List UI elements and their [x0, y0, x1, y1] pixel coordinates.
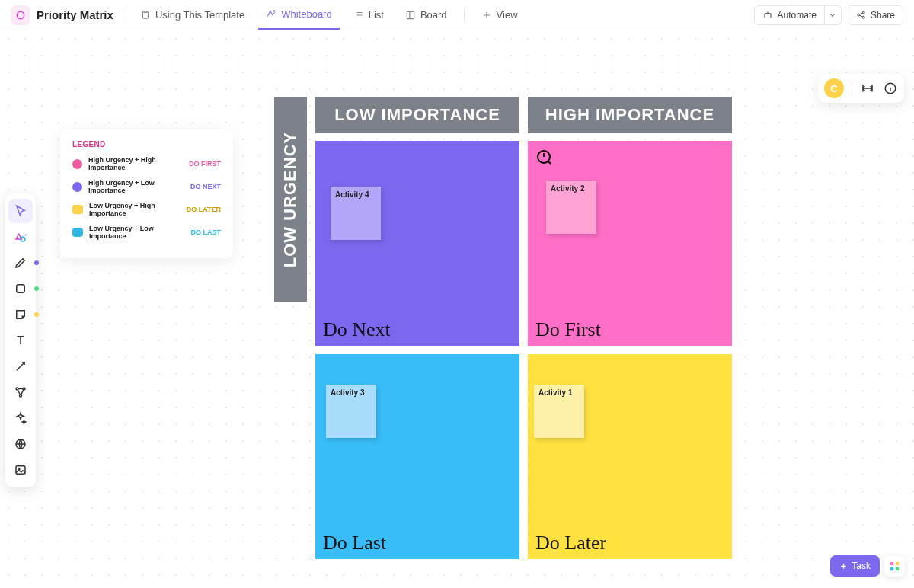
doc-icon	[11, 5, 30, 25]
legend-action: DO LAST	[191, 228, 222, 236]
ai-tool[interactable]	[8, 406, 33, 430]
sticky-activity-1[interactable]: Activity 1	[534, 385, 584, 438]
legend-label: Low Urgency + Low Importance	[89, 225, 185, 240]
legend-swatch	[72, 182, 82, 192]
image-tool[interactable]	[8, 458, 33, 482]
tab-label: Whiteboard	[281, 8, 331, 20]
quad-label: Do Later	[535, 532, 606, 554]
tab-label: View	[497, 9, 518, 21]
alert-icon	[535, 149, 554, 167]
page-title: Priority Matrix	[37, 8, 113, 21]
quad-do-later[interactable]: Activity 1 Do Later	[528, 354, 732, 559]
rectangle-tool[interactable]	[8, 276, 33, 301]
legend-card[interactable]: LEGEND High Urgency + High Importance DO…	[60, 129, 233, 258]
legend-action: DO LATER	[187, 206, 221, 213]
svg-rect-21	[890, 567, 893, 570]
new-task-button[interactable]: Task	[830, 555, 880, 577]
svg-rect-4	[765, 13, 771, 18]
tab-label: List	[369, 9, 384, 21]
pointer-tool[interactable]	[8, 199, 33, 223]
apps-button[interactable]	[884, 556, 905, 577]
shapes-tool[interactable]: +	[8, 225, 33, 249]
quad-do-next[interactable]: Activity 4 Do Next	[315, 141, 519, 346]
fit-width-icon[interactable]	[860, 81, 875, 96]
web-tool[interactable]	[8, 432, 33, 456]
legend-swatch	[72, 159, 82, 169]
quad-do-last[interactable]: Activity 3 Do Last	[315, 354, 519, 559]
legend-title: LEGEND	[72, 140, 221, 149]
svg-rect-22	[896, 567, 899, 570]
quad-label: Do Last	[323, 532, 386, 554]
svg-rect-19	[890, 562, 893, 565]
whiteboard-canvas[interactable]: + C	[0, 30, 914, 588]
share-button[interactable]: Share	[848, 5, 903, 25]
tab-using-template[interactable]: Using This Template	[133, 0, 252, 30]
row-header-low-urgency[interactable]: LOW URGENCY	[274, 97, 307, 302]
svg-text:+: +	[24, 232, 27, 237]
text-tool[interactable]	[8, 328, 33, 353]
task-btn-label: Task	[852, 561, 871, 571]
svg-point-2	[274, 11, 275, 11]
svg-point-13	[20, 395, 22, 397]
svg-point-12	[23, 388, 25, 390]
sticky-activity-3[interactable]: Activity 3	[326, 385, 376, 438]
divider	[464, 8, 465, 22]
legend-row: High Urgency + Low Importance DO NEXT	[72, 179, 221, 194]
col-header-low-importance[interactable]: LOW IMPORTANCE	[315, 97, 519, 133]
tab-label: Board	[420, 9, 447, 21]
legend-row: Low Urgency + High Importance DO LATER	[72, 202, 221, 217]
automate-label: Automate	[778, 10, 817, 21]
legend-row: High Urgency + High Importance DO FIRST	[72, 156, 221, 171]
automate-chevron[interactable]	[825, 5, 842, 25]
canvas-controls: C	[818, 74, 904, 103]
toolbox: +	[5, 193, 36, 487]
quad-do-first[interactable]: Activity 2 Do First	[528, 141, 732, 346]
info-icon[interactable]	[883, 81, 898, 96]
legend-swatch	[72, 228, 83, 237]
legend-label: High Urgency + Low Importance	[88, 179, 184, 194]
sticky-activity-4[interactable]: Activity 4	[331, 187, 381, 240]
svg-rect-10	[17, 285, 25, 293]
svg-rect-15	[16, 466, 25, 475]
svg-point-0	[17, 11, 24, 18]
sticky-tool[interactable]	[8, 302, 33, 327]
tab-board[interactable]: Board	[398, 0, 455, 30]
svg-point-11	[16, 388, 18, 390]
tab-add-view[interactable]: View	[474, 0, 526, 30]
topbar: Priority Matrix Using This Template Whit…	[0, 0, 914, 30]
pen-tool[interactable]	[8, 251, 33, 275]
legend-action: DO FIRST	[189, 160, 221, 168]
tab-label: Using This Template	[155, 9, 244, 21]
avatar[interactable]: C	[824, 78, 844, 98]
tab-list[interactable]: List	[346, 0, 391, 30]
col-header-high-importance[interactable]: HIGH IMPORTANCE	[528, 97, 732, 133]
svg-rect-3	[407, 11, 414, 18]
legend-row: Low Urgency + Low Importance DO LAST	[72, 225, 221, 240]
divider	[123, 8, 123, 22]
tab-whiteboard[interactable]: Whiteboard	[258, 0, 339, 30]
share-label: Share	[871, 10, 895, 21]
legend-label: High Urgency + High Importance	[88, 156, 183, 171]
legend-label: Low Urgency + High Importance	[89, 202, 181, 217]
connector-tool[interactable]	[8, 354, 33, 379]
automate-button[interactable]: Automate	[754, 5, 825, 25]
relations-tool[interactable]	[8, 380, 33, 404]
legend-swatch	[72, 205, 83, 214]
quad-label: Do Next	[323, 318, 391, 341]
quad-label: Do First	[535, 318, 601, 341]
sticky-activity-2[interactable]: Activity 2	[546, 181, 596, 234]
svg-rect-20	[896, 562, 899, 565]
legend-action: DO NEXT	[190, 183, 221, 190]
